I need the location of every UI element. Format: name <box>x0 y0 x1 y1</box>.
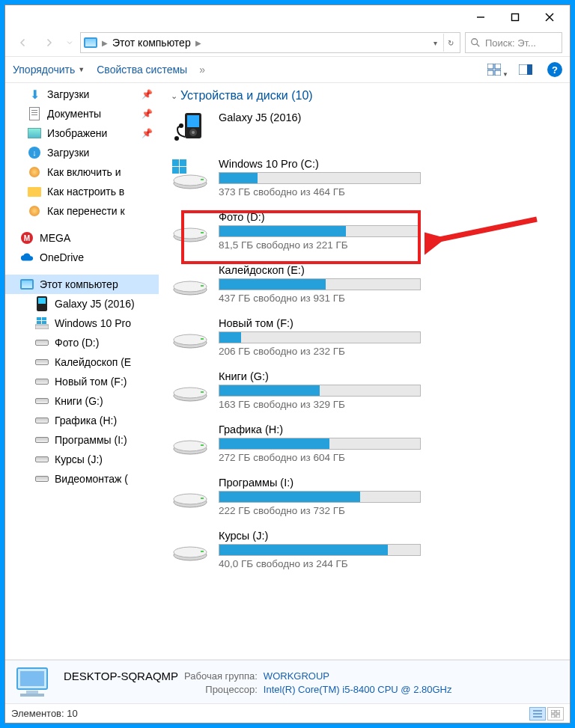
sidebar-item-label: Загрузки <box>47 88 89 100</box>
doc-icon <box>28 107 41 120</box>
nav-back-button[interactable] <box>13 32 34 53</box>
search-input[interactable]: Поиск: Эт... <box>465 32 562 53</box>
sidebar-item-label: Курсы (J:) <box>55 453 103 465</box>
sidebar-item-drive[interactable]: Книги (G:) <box>5 391 159 411</box>
main-pane[interactable]: ⌄ Устройства и диски (10) Galaxy J5 (201… <box>159 83 570 659</box>
sidebar-item-this-pc[interactable]: Этот компьютер <box>5 275 159 294</box>
system-properties-button[interactable]: Свойства системы <box>97 64 187 76</box>
svg-rect-53 <box>20 671 44 686</box>
drive-subtext: 222 ГБ свободно из 732 ГБ <box>219 505 431 516</box>
close-button[interactable] <box>532 6 567 28</box>
drive-item[interactable]: Программы (I:)222 ГБ свободно из 732 ГБ <box>166 474 436 527</box>
drive-usage-bar <box>219 385 421 397</box>
toolbar: Упорядочить▼ Свойства системы » ▼ ? <box>5 56 570 83</box>
sidebar-item-drive[interactable]: Galaxy J5 (2016) <box>5 294 159 313</box>
cpu-value: Intel(R) Core(TM) i5-8400 CPU @ 2.80GHz <box>264 684 452 695</box>
sidebar-item[interactable]: Как включить и <box>5 162 159 182</box>
drive-title: Программы (I:) <box>219 477 431 489</box>
svg-rect-24 <box>180 159 186 166</box>
drive-item[interactable]: Графика (H:)272 ГБ свободно из 604 ГБ <box>166 420 436 474</box>
drive-item[interactable]: Книги (G:)163 ГБ свободно из 329 ГБ <box>166 367 436 420</box>
drive-item[interactable]: Windows 10 Pro (C:)373 ГБ свободно из 46… <box>166 155 436 208</box>
sidebar-item-label: OneDrive <box>40 251 84 263</box>
drive-item[interactable]: Фото (D:)81,5 ГБ свободно из 221 ГБ <box>166 208 436 261</box>
breadcrumb[interactable]: Этот компьютер <box>112 37 191 49</box>
sidebar-item-drive[interactable]: Калейдоскоп (E <box>5 352 159 372</box>
sidebar-item[interactable]: Изображени📌 <box>5 123 159 143</box>
sidebar-item-label: Калейдоскоп (E <box>55 356 131 368</box>
drive-usage-bar <box>219 278 421 290</box>
sidebar-item[interactable]: Как перенести к <box>5 201 159 221</box>
svg-point-21 <box>179 123 183 128</box>
address-bar[interactable]: ▶ Этот компьютер ▶ ▾↻ <box>80 32 460 53</box>
view-details-button[interactable] <box>529 707 546 721</box>
sidebar-item-onedrive[interactable]: OneDrive <box>5 248 159 267</box>
drive-item[interactable]: Курсы (J:)40,0 ГБ свободно из 244 ГБ <box>166 527 436 580</box>
nav-forward-button[interactable] <box>38 32 59 53</box>
orange-icon <box>28 165 41 179</box>
sidebar-item-mega[interactable]: MMEGA <box>5 228 159 248</box>
drive-icon <box>171 317 210 350</box>
sidebar-item-label: Этот компьютер <box>40 278 118 290</box>
drive-subtext: 437 ГБ свободно из 931 ГБ <box>219 293 431 304</box>
sidebar-item[interactable]: ↓Загрузки <box>5 143 159 162</box>
drive-item[interactable]: Калейдоскоп (E:)437 ГБ свободно из 931 Г… <box>166 261 436 314</box>
svg-rect-13 <box>37 317 41 320</box>
details-panel: DESKTOP-SQRAQMP Рабочая группа: WORKGROU… <box>5 660 570 703</box>
sidebar-item-label: Загрузки <box>47 147 89 159</box>
drive-icon <box>171 370 210 403</box>
sidebar-item-drive[interactable]: Графика (H:) <box>5 411 159 430</box>
sidebar-item-drive[interactable]: Windows 10 Pro <box>5 313 159 333</box>
status-bar: Элементов: 10 <box>5 703 570 723</box>
download-icon: ⬇ <box>28 88 41 101</box>
toolbar-overflow-button[interactable]: » <box>199 64 205 76</box>
pin-icon: 📌 <box>142 89 153 100</box>
sidebar-item-drive[interactable]: Видеомонтаж ( <box>5 469 159 489</box>
address-dropdown[interactable]: ▾↻ <box>428 34 457 52</box>
svg-rect-9 <box>495 70 501 76</box>
drive-usage-bar <box>219 225 421 237</box>
svg-rect-50 <box>201 551 204 552</box>
sidebar-item-label: Изображени <box>47 127 107 139</box>
drive-icon <box>35 433 49 447</box>
sidebar-item-drive[interactable]: Программы (I:) <box>5 430 159 450</box>
sidebar-item[interactable]: Как настроить в <box>5 182 159 201</box>
svg-rect-35 <box>201 285 204 287</box>
help-button[interactable]: ? <box>547 62 562 77</box>
phone-icon <box>35 297 49 311</box>
sidebar-item[interactable]: Документы📌 <box>5 104 159 123</box>
chevron-right-icon: ▶ <box>195 39 201 47</box>
sidebar-item-drive[interactable]: Фото (D:) <box>5 333 159 352</box>
sidebar-item[interactable]: ⬇Загрузки📌 <box>5 85 159 104</box>
svg-rect-61 <box>551 715 555 718</box>
drive-subtext: 81,5 ГБ свободно из 221 ГБ <box>219 239 431 251</box>
nav-recent-button[interactable] <box>64 32 76 53</box>
drive-title: Графика (H:) <box>219 423 431 435</box>
group-header[interactable]: ⌄ Устройства и диски (10) <box>166 86 570 108</box>
view-icons-button[interactable] <box>547 707 564 721</box>
svg-rect-54 <box>26 691 38 694</box>
svg-point-4 <box>472 39 478 45</box>
chevron-down-icon: ⌄ <box>171 91 177 101</box>
svg-rect-38 <box>201 338 204 340</box>
minimize-button[interactable] <box>463 6 498 28</box>
sidebar[interactable]: ⬇Загрузки📌Документы📌Изображени📌↓Загрузки… <box>5 83 159 659</box>
organize-button[interactable]: Упорядочить▼ <box>13 64 85 76</box>
drive-title: Фото (D:) <box>219 211 431 223</box>
drive-usage-bar <box>219 331 421 343</box>
drive-icon <box>35 355 49 369</box>
cpu-label: Процессор: <box>184 684 258 695</box>
device-label: Galaxy J5 (2016) <box>219 111 431 123</box>
sidebar-item-drive[interactable]: Новый том (F:) <box>5 372 159 391</box>
drive-title: Калейдоскоп (E:) <box>219 264 431 276</box>
drive-icon <box>171 477 210 510</box>
svg-rect-11 <box>527 64 532 75</box>
device-galaxy-j5[interactable]: Galaxy J5 (2016) <box>166 108 436 155</box>
computer-name: DESKTOP-SQRAQMP <box>64 670 178 682</box>
layout-button[interactable]: ▼ <box>484 60 504 79</box>
drive-item[interactable]: Новый том (F:)206 ГБ свободно из 232 ГБ <box>166 314 436 367</box>
preview-pane-button[interactable] <box>516 60 535 79</box>
titlebar <box>5 5 570 29</box>
sidebar-item-drive[interactable]: Курсы (J:) <box>5 450 159 469</box>
maximize-button[interactable] <box>498 6 532 28</box>
